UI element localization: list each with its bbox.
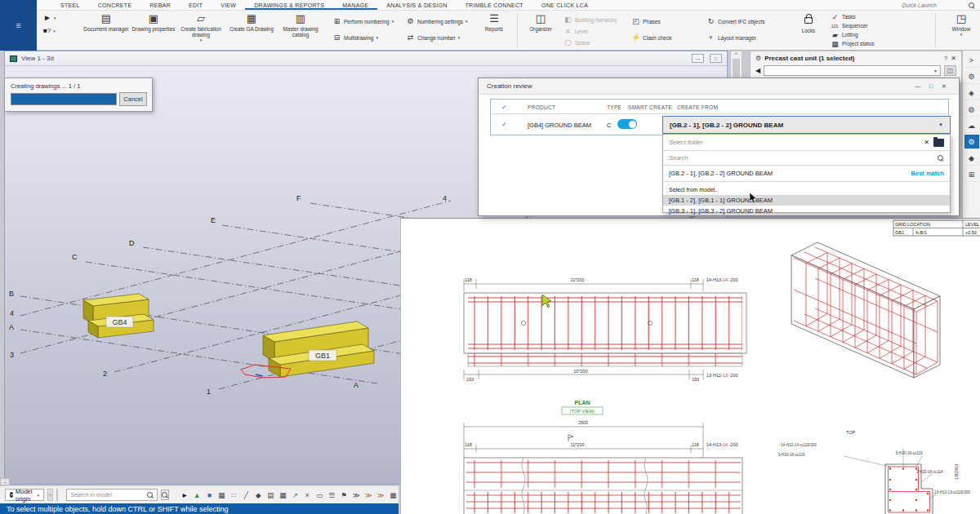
move-handle-icon[interactable]: ↗: [289, 489, 301, 501]
drawing-canvas[interactable]: GRID LOCATION LEVEL GB1 A-B/1 +0.50 118: [401, 219, 980, 514]
search-row[interactable]: [663, 151, 950, 166]
clear-icon[interactable]: ✕: [924, 139, 929, 146]
back-arrow-icon[interactable]: ◀: [755, 67, 760, 74]
select-cursor-icon[interactable]: ►: [179, 489, 190, 501]
remove-point-button[interactable]: [56, 489, 58, 501]
folder-icon[interactable]: [933, 139, 944, 147]
select-area-icon[interactable]: ▭: [314, 489, 325, 501]
snap-chevron2-icon[interactable]: ≫: [363, 489, 374, 501]
select-all-checkbox[interactable]: ✓: [501, 104, 507, 111]
master-drawing-catalog-button[interactable]: ▥ Master drawing catalog: [277, 12, 324, 49]
snap-plane-icon[interactable]: ■: [203, 489, 215, 501]
window-button[interactable]: ◳ Window ▾: [943, 12, 979, 49]
model-origin-button[interactable]: Model origin ▾: [5, 489, 44, 501]
snap-chevron1-icon[interactable]: ≫: [350, 489, 362, 501]
clash-check-button[interactable]: ⚡ Clash check: [631, 32, 671, 43]
project-status-button[interactable]: ▦ Project status: [831, 39, 874, 48]
quick-launch[interactable]: [902, 0, 975, 11]
select-folder-input[interactable]: [669, 139, 924, 146]
components-icon[interactable]: ⊞: [964, 167, 979, 182]
model-search-box[interactable]: [66, 489, 158, 501]
layout-manager-button[interactable]: + Layout manager: [706, 32, 756, 43]
ribbon-tab[interactable]: CONCRETE: [89, 0, 141, 10]
view-title-bar[interactable]: View 1 - 3d — □: [5, 51, 727, 66]
create-from-dropdown[interactable]: [GB.2 - 1], [GB.2 - 2] GROUND BEAM ▼: [662, 116, 951, 134]
ribbon-tab[interactable]: VIEW: [212, 0, 245, 10]
select-solid-icon[interactable]: ◆: [252, 489, 264, 501]
model-cube-icon[interactable]: ◆: [964, 151, 979, 166]
select-grid-icon[interactable]: ▦: [216, 489, 227, 501]
select-table-icon[interactable]: ▤: [265, 489, 276, 501]
view-back-tab[interactable]: ‹: [0, 478, 10, 485]
best-match-item[interactable]: [GB.2 - 1], [GB.2 - 2] GROUND BEAM Best …: [663, 166, 950, 182]
world-icon[interactable]: ◍: [964, 102, 979, 117]
cut-icon[interactable]: ×: [301, 489, 313, 501]
learning-icon[interactable]: ◈: [964, 86, 979, 100]
add-point-button[interactable]: +: [47, 489, 53, 501]
minimize-button[interactable]: —: [911, 83, 924, 89]
select-points-icon[interactable]: ∷: [228, 489, 239, 501]
level-button[interactable]: ≡ Level: [564, 25, 588, 37]
ribbon-tab[interactable]: DRAWINGS & REPORTS: [245, 0, 333, 10]
reports-button[interactable]: ☰ Reports: [478, 12, 510, 49]
phases-button[interactable]: ◰ Phases: [631, 16, 661, 27]
lotting-button[interactable]: ▰ Lotting: [831, 30, 858, 39]
ribbon-tab[interactable]: REBAR: [140, 0, 180, 10]
locks-button[interactable]: Locks: [795, 12, 822, 49]
scroll-up-icon[interactable]: ^: [735, 51, 737, 57]
save-icon[interactable]: ◫: [944, 65, 956, 76]
ribbon-tab[interactable]: EDIT: [180, 0, 212, 10]
change-number-button[interactable]: ⇄ Change number ▾: [406, 32, 460, 43]
settings-gear-icon[interactable]: ⚙: [964, 135, 979, 149]
close-icon[interactable]: ✕: [951, 55, 956, 62]
dialog-title-bar[interactable]: Creation review — □ ✕: [479, 78, 959, 95]
multidrawing-button[interactable]: ⊟ Multidrawing ▾: [332, 32, 378, 43]
settings-search-icon[interactable]: ⚙: [964, 69, 979, 84]
flag-icon[interactable]: ⚑: [338, 489, 350, 501]
maximize-button[interactable]: □: [924, 83, 938, 89]
quick-launch-input[interactable]: [902, 2, 965, 8]
cloud-icon[interactable]: ☁: [964, 118, 979, 133]
create-ga-drawing-button[interactable]: ▦ Create GA Drawing: [228, 12, 275, 49]
sequencer-button[interactable]: 123. Sequencer: [831, 21, 867, 30]
smart-create-toggle[interactable]: [617, 119, 637, 129]
cancel-button[interactable]: Cancel: [119, 92, 147, 106]
ribbon-tab[interactable]: ANALYSIS & DESIGN: [377, 0, 456, 10]
beam-gb4[interactable]: [83, 294, 154, 338]
dropdown-item[interactable]: [GB.1 - 2], [GB.1 - 1] GROUND BEAM: [663, 195, 950, 206]
advanced-search-button[interactable]: [161, 490, 169, 500]
snap-chevron3-icon[interactable]: ≫: [375, 489, 386, 501]
select-folder-row[interactable]: ✕: [663, 135, 950, 151]
app-menu-button[interactable]: ≡: [0, 0, 37, 51]
organizer-button[interactable]: ◫ Organizer: [523, 12, 559, 49]
maximize-button[interactable]: □: [710, 54, 722, 63]
create-fabrication-drawing-button[interactable]: ▱ Create fabrication drawing ▾: [177, 12, 225, 49]
drawing-properties-button[interactable]: ▣ Drawing properties: [130, 12, 177, 49]
close-icon[interactable]: ✕: [938, 83, 951, 90]
numbering-settings-button[interactable]: ⚙ Numbering settings ▾: [406, 16, 468, 27]
select-grid2-icon[interactable]: ▦: [277, 489, 288, 501]
space-button[interactable]: ▢ Space: [564, 37, 590, 48]
drawing-window[interactable]: GRID LOCATION LEVEL GB1 A-B/1 +0.50 118: [400, 218, 980, 514]
tasks-button[interactable]: ✓ Tasks: [831, 12, 856, 21]
panel-expand-icon[interactable]: >: [964, 53, 979, 68]
ribbon-tab[interactable]: ONE CLICK LCA: [532, 0, 597, 10]
convert-ifc-button[interactable]: ↻ Convert IFC objects: [706, 16, 764, 27]
component-catalog-icon[interactable]: ▩: [387, 489, 399, 501]
profile-dropdown[interactable]: ▼: [764, 65, 941, 76]
minimize-button[interactable]: —: [692, 54, 704, 63]
inquire-tool-button[interactable]: ■? ▾: [43, 27, 56, 34]
ribbon-tab[interactable]: TRIMBLE CONNECT: [457, 0, 532, 10]
help-icon[interactable]: ?: [944, 55, 947, 62]
building-hierarchy-button[interactable]: ◧ Building hierarchy: [564, 14, 617, 25]
cursor-tool-button[interactable]: ► ▾: [43, 13, 56, 22]
select-line-icon[interactable]: ╱: [240, 489, 252, 501]
select-list-icon[interactable]: ☰: [326, 489, 337, 501]
dropdown-item[interactable]: [GB.3 - 1], [GB.3 - 2] GROUND BEAM: [663, 206, 950, 216]
snap-triangle-icon[interactable]: ▲: [191, 489, 203, 501]
document-manager-button[interactable]: ▤ Document manager: [82, 12, 130, 49]
ribbon-tab[interactable]: STEEL: [51, 0, 89, 10]
model-search-input[interactable]: [70, 492, 145, 498]
ribbon-tab[interactable]: MANAGE: [333, 0, 377, 10]
perform-numbering-button[interactable]: ⊞ Perform numbering ▾: [332, 16, 394, 27]
